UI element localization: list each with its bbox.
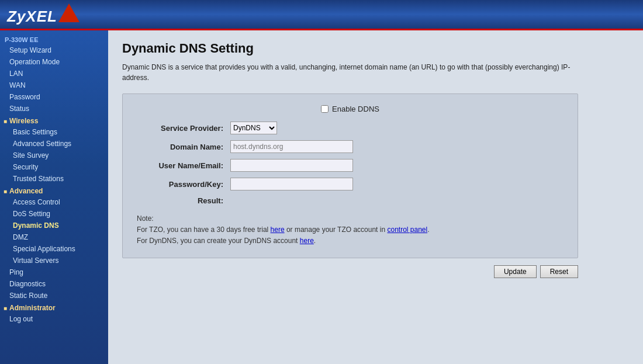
domain-name-label: Domain Name:: [137, 143, 230, 151]
logo: ZyXEL: [7, 8, 57, 26]
enable-ddns-label: Enable DDNS: [332, 105, 379, 113]
sidebar-section-administrator[interactable]: ■ Administrator: [0, 301, 108, 313]
note-line1-mid: or manage your TZO account in: [285, 226, 388, 234]
sidebar-item-advanced-settings[interactable]: Advanced Settings: [0, 138, 108, 150]
sidebar-item-static-route[interactable]: Static Route: [0, 290, 108, 301]
sidebar-item-status[interactable]: Status: [0, 103, 108, 115]
sidebar-item-log-out[interactable]: Log out: [0, 313, 108, 325]
sidebar-item-site-survey[interactable]: Site Survey: [0, 150, 108, 161]
result-label: Result:: [137, 196, 230, 205]
note-line1-prefix: For TZO, you can have a 30 days free tri…: [137, 226, 271, 234]
password-label: Password/Key:: [137, 180, 230, 189]
username-input[interactable]: [230, 159, 353, 172]
update-button[interactable]: Update: [494, 265, 537, 278]
content-area: Dynamic DNS Setting Dynamic DNS is a ser…: [108, 30, 643, 364]
enable-ddns-checkbox[interactable]: [321, 105, 329, 113]
sidebar: P-330W EE Setup Wizard Operation Mode LA…: [0, 30, 108, 364]
sidebar-section-advanced[interactable]: ■ Advanced: [0, 185, 108, 196]
note-tzo-here-link[interactable]: here: [271, 226, 285, 234]
sidebar-item-security[interactable]: Security: [0, 161, 108, 173]
advanced-expand-icon: ■: [4, 188, 7, 195]
sidebar-item-ping[interactable]: Ping: [0, 266, 108, 278]
sidebar-section-wireless[interactable]: ■ Wireless: [0, 115, 108, 126]
service-provider-row: Service Provider: DynDNS TZO: [137, 122, 564, 134]
sidebar-item-dos-setting[interactable]: DoS Setting: [0, 208, 108, 220]
password-input[interactable]: [230, 178, 353, 190]
content-inner: Dynamic DNS Setting Dynamic DNS is a ser…: [108, 30, 643, 364]
service-provider-label: Service Provider:: [137, 124, 230, 133]
page-description: Dynamic DNS is a service that provides y…: [122, 62, 590, 83]
enable-ddns-row: Enable DDNS: [137, 105, 564, 113]
result-row: Result:: [137, 196, 564, 205]
note-dyndns-here-link[interactable]: here: [300, 237, 314, 245]
note-line2: For DynDNS, you can create your DynDNS a…: [137, 235, 564, 247]
note-control-panel-link[interactable]: control panel: [387, 226, 427, 234]
admin-expand-icon: ■: [4, 305, 7, 311]
note-section: Note: For TZO, you can have a 30 days fr…: [137, 213, 564, 247]
main-layout: P-330W EE Setup Wizard Operation Mode LA…: [0, 30, 643, 364]
device-label: P-330W EE: [0, 34, 108, 44]
sidebar-item-trusted-stations[interactable]: Trusted Stations: [0, 173, 108, 185]
page-title: Dynamic DNS Setting: [122, 41, 629, 56]
sidebar-item-special-applications[interactable]: Special Applications: [0, 243, 108, 255]
wireless-expand-icon: ■: [4, 118, 7, 124]
header: ZyXEL: [0, 0, 643, 30]
domain-name-row: Domain Name:: [137, 140, 564, 153]
note-line1: For TZO, you can have a 30 days free tri…: [137, 224, 564, 235]
button-row: Update Reset: [122, 265, 578, 278]
note-line1-suffix: .: [427, 226, 429, 234]
sidebar-item-operation-mode[interactable]: Operation Mode: [0, 56, 108, 68]
sidebar-item-access-control[interactable]: Access Control: [0, 196, 108, 208]
username-row: User Name/Email:: [137, 159, 564, 172]
sidebar-item-dynamic-dns[interactable]: Dynamic DNS: [0, 220, 108, 231]
reset-button[interactable]: Reset: [540, 265, 578, 278]
sidebar-item-virtual-servers[interactable]: Virtual Servers: [0, 255, 108, 266]
service-provider-select[interactable]: DynDNS TZO: [230, 122, 277, 134]
form-section: Enable DDNS Service Provider: DynDNS TZO…: [122, 93, 578, 258]
note-prefix: Note:: [137, 213, 564, 224]
sidebar-item-password[interactable]: Password: [0, 91, 108, 103]
sidebar-item-dmz[interactable]: DMZ: [0, 231, 108, 243]
sidebar-item-wan[interactable]: WAN: [0, 79, 108, 91]
sidebar-item-basic-settings[interactable]: Basic Settings: [0, 126, 108, 138]
logo-triangle: [58, 4, 79, 22]
note-line2-suffix: .: [314, 237, 316, 245]
domain-name-input[interactable]: [230, 140, 353, 153]
note-line2-prefix: For DynDNS, you can create your DynDNS a…: [137, 237, 300, 245]
username-label: User Name/Email:: [137, 161, 230, 170]
sidebar-item-diagnostics[interactable]: Diagnostics: [0, 278, 108, 290]
sidebar-item-setup-wizard[interactable]: Setup Wizard: [0, 44, 108, 56]
password-row: Password/Key:: [137, 178, 564, 190]
sidebar-item-lan[interactable]: LAN: [0, 68, 108, 79]
